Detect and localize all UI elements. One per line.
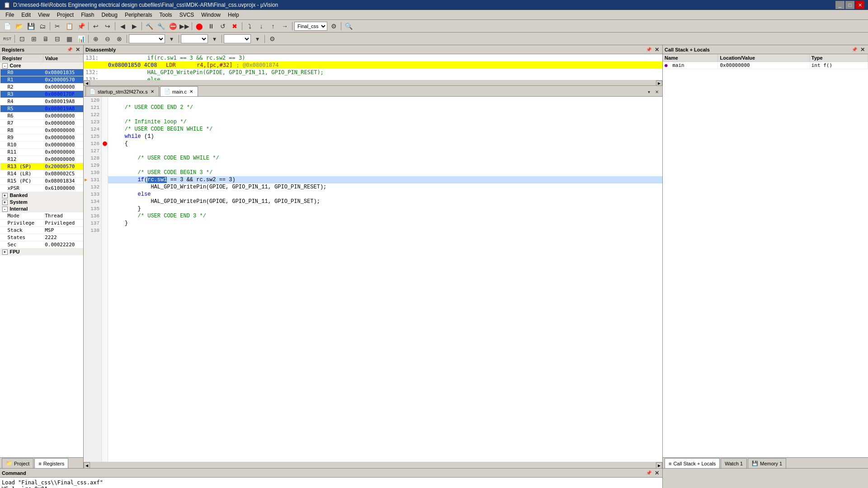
menu-file[interactable]: File [2,11,18,19]
tb-target-dropdown[interactable]: Final_css [294,22,327,31]
reg-group-core[interactable]: - Core [0,62,83,70]
reg-row-privilege[interactable]: Privilege Privileged [0,220,83,227]
reg-group-banked[interactable]: + Banked [0,192,83,199]
tb-back[interactable]: ◀ [117,21,128,31]
reg-row-r13[interactable]: R13 (SP) 0x20000570 [0,163,83,170]
reg-row-r0[interactable]: R0 0x08001835 [0,69,83,76]
tb-step-in[interactable]: ↓ [256,21,267,31]
tb-dbg[interactable]: ▶▶ [179,21,190,31]
tb2-btn6[interactable]: 📊 [75,34,86,44]
menu-peripherals[interactable]: Peripherals [121,11,156,19]
reg-row-r6[interactable]: R6 0x00000000 [0,113,83,120]
tb-kill[interactable]: ✖ [229,21,240,31]
tb2-btn2[interactable]: ⊞ [28,34,39,44]
reg-row-r7[interactable]: R7 0x00000000 [0,120,83,127]
tb2-settings[interactable]: ⚙ [267,34,278,44]
tb2-misc-dropdown[interactable] [224,34,251,43]
reg-row-r12[interactable]: R12 0x00000000 [0,156,83,163]
menu-tools[interactable]: Tools [156,11,176,19]
command-content[interactable]: Load "Final_css\\Final_css.axf" WS 1, `r… [0,478,662,488]
menu-help[interactable]: Help [224,11,243,19]
reg-row-r14[interactable]: R14 (LR) 0x080002C5 [0,170,83,178]
disassembly-close-icon[interactable]: ✕ [653,46,660,53]
reg-group-system[interactable]: + System [0,199,83,206]
reg-row-r5[interactable]: R5 0x080019A8 [0,105,83,113]
tb-step-over[interactable]: ⤵ [244,21,255,31]
callstack-pin-icon[interactable]: 📌 [851,46,858,53]
reg-row-r11[interactable]: R11 0x00000000 [0,149,83,156]
tb-target-options[interactable]: ⚙ [328,21,339,31]
tb-new[interactable]: 📄 [2,21,13,31]
menu-view[interactable]: View [34,11,53,19]
tb2-rst[interactable]: RST [2,34,13,44]
registers-content[interactable]: Register Value - Core R0 0x08001835 [0,54,83,457]
tab-startup[interactable]: 📄 startup_stm32f427xx.s ✕ [85,86,159,96]
tb-open[interactable]: 📂 [14,21,24,31]
reg-row-xpsr[interactable]: xPSR 0x61000000 [0,185,83,192]
menu-project[interactable]: Project [53,11,77,19]
cs-tab-watch1[interactable]: Watch 1 [721,458,747,468]
tb-reset[interactable]: ↺ [217,21,228,31]
tab-project[interactable]: 📁 Project [2,458,33,468]
reg-row-r4[interactable]: R4 0x080019A8 [0,98,83,105]
minimize-button[interactable]: _ [835,1,844,9]
tb2-zoom-dropdown[interactable] [129,34,165,43]
tb-stop[interactable]: ⛔ [167,21,178,31]
tab-startup-close[interactable]: ✕ [150,89,155,94]
reg-row-r3[interactable]: R3 0x080017DF [0,91,83,98]
command-pin-icon[interactable]: 📌 [645,469,652,477]
tb2-btn1[interactable]: ⊡ [17,34,28,44]
banked-expand-icon[interactable]: + [2,193,8,198]
disassembly-content[interactable]: 131: if(rc.sw1 == 3 && rc.sw2 == 3) 0x08… [84,54,662,80]
registers-close-icon[interactable]: ✕ [74,46,81,53]
editor-tab-dropdown[interactable]: ▾ [645,87,652,96]
cs-tab-memory1[interactable]: 💾 Memory 1 [748,458,786,468]
tb-paste[interactable]: 📌 [75,21,86,31]
tb-build[interactable]: 🔨 [144,21,155,31]
tab-mainc-close[interactable]: ✕ [189,89,194,94]
reg-row-r10[interactable]: R10 0x00000000 [0,141,83,149]
reg-row-r8[interactable]: R8 0x00000000 [0,127,83,134]
close-button[interactable]: ✕ [855,1,864,9]
disassembly-pin-icon[interactable]: 📌 [645,46,652,53]
registers-pin-icon[interactable]: 📌 [66,46,73,53]
reg-row-sec[interactable]: Sec 0.00022220 [0,241,83,249]
menu-edit[interactable]: Edit [18,11,34,19]
tb2-btn3[interactable]: 🖥 [40,34,51,44]
disasm-hscroll[interactable]: ◀ ▶ [84,80,662,85]
reg-row-r15[interactable]: R15 (PC) 0x08001834 [0,178,83,185]
maximize-button[interactable]: □ [845,1,854,9]
system-expand-icon[interactable]: + [2,200,8,205]
core-expand-icon[interactable]: - [2,63,8,69]
tb-run[interactable]: ⬤ [194,21,205,31]
tb-pause[interactable]: ⏸ [206,21,217,31]
code-editor[interactable]: 120 121 122 123 124 125 126 127 128 129 … [84,97,662,462]
code-content[interactable]: /* USER CODE END 2 */ /* Infinite loop *… [108,97,662,462]
menu-debug[interactable]: Debug [98,11,121,19]
tb2-misc-btn[interactable]: ▾ [252,34,263,44]
menu-window[interactable]: Window [198,11,224,19]
tb-step-out[interactable]: ↑ [268,21,278,31]
tb-search[interactable]: 🔍 [343,21,354,31]
reg-row-r1[interactable]: R1 0x20000570 [0,76,83,84]
tab-mainc[interactable]: 📄 main.c ✕ [160,86,198,96]
tb2-format-dropdown[interactable] [181,34,208,43]
editor-scroll-right[interactable]: ▶ [656,462,662,468]
tb2-btn4[interactable]: ⊟ [52,34,63,44]
cs-row-main[interactable]: ● main 0x00000000 int f() [663,62,868,69]
tb2-zoom-btn[interactable]: ▾ [166,34,177,44]
reg-row-states[interactable]: States 2222 [0,234,83,241]
tb2-btn7[interactable]: ⊕ [90,34,101,44]
tb-rebuild[interactable]: 🔧 [156,21,166,31]
tab-registers[interactable]: ≡ Registers [34,458,68,468]
reg-row-r9[interactable]: R9 0x00000000 [0,134,83,141]
reg-row-mode[interactable]: Mode Thread [0,212,83,220]
tb-copy[interactable]: 📋 [64,21,75,31]
menu-svcs[interactable]: SVCS [176,11,198,19]
editor-close-all[interactable]: ✕ [653,87,660,96]
tb2-format-btn[interactable]: ▾ [209,34,220,44]
editor-scroll-left[interactable]: ◀ [84,462,90,468]
tb-undo[interactable]: ↩ [90,21,101,31]
menu-flash[interactable]: Flash [77,11,98,19]
reg-row-stack[interactable]: Stack MSP [0,227,83,234]
